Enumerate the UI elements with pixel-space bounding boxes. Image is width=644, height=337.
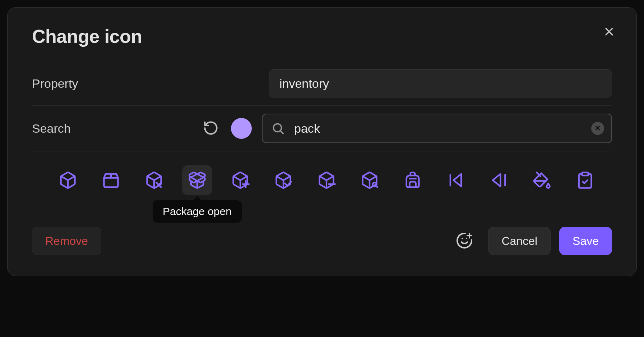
icon-option-package-2[interactable] — [96, 165, 126, 195]
dialog-footer: Remove Cancel Save — [32, 213, 612, 255]
icon-option-package-check[interactable] — [268, 165, 298, 195]
icon-option-step-back[interactable] — [484, 165, 514, 195]
package-open-icon — [188, 171, 207, 190]
icon-option-package-x[interactable] — [139, 165, 169, 195]
icon-results: Package open — [32, 151, 612, 213]
package-2-icon — [102, 171, 120, 190]
clear-search-button[interactable] — [591, 122, 604, 135]
clipboard-check-icon — [576, 171, 594, 190]
color-swatch[interactable] — [231, 118, 252, 139]
svg-line-20 — [376, 186, 377, 187]
step-back-icon — [490, 171, 508, 190]
icon-option-skip-back[interactable] — [441, 165, 471, 195]
icon-option-backpack[interactable] — [398, 165, 428, 195]
cancel-button[interactable]: Cancel — [488, 227, 551, 255]
package-check-icon — [274, 171, 293, 190]
icon-option-package-search[interactable] — [355, 165, 385, 195]
icon-option-clipboard-check[interactable] — [570, 165, 600, 195]
svg-marker-23 — [493, 174, 501, 187]
search-row: Search — [32, 106, 612, 151]
svg-rect-25 — [582, 172, 588, 176]
rotate-ccw-icon — [203, 120, 219, 137]
remove-button[interactable]: Remove — [32, 227, 101, 255]
dialog-title: Change icon — [32, 26, 612, 47]
x-icon — [594, 124, 601, 133]
icon-option-package-open[interactable]: Package open — [182, 165, 212, 195]
svg-line-3 — [281, 131, 283, 133]
emoji-picker-button[interactable] — [454, 230, 475, 252]
reset-button[interactable] — [201, 118, 221, 138]
close-button[interactable] — [599, 22, 619, 42]
icon-option-package[interactable] — [53, 165, 83, 195]
search-input-wrap — [262, 114, 612, 143]
package-search-icon — [360, 171, 379, 190]
backpack-icon — [403, 171, 422, 190]
package-x-icon — [145, 171, 163, 190]
icon-option-paint-bucket[interactable] — [527, 165, 557, 195]
icon-option-package-plus[interactable] — [225, 165, 255, 195]
search-input[interactable] — [293, 114, 583, 142]
property-row: Property — [32, 62, 612, 105]
close-icon — [603, 25, 616, 39]
icon-option-package-minus[interactable] — [311, 165, 342, 195]
package-minus-icon — [317, 171, 336, 190]
skip-back-icon — [446, 171, 465, 190]
search-icon — [271, 122, 285, 135]
paint-bucket-icon — [533, 171, 551, 190]
svg-marker-21 — [454, 174, 462, 187]
package-plus-icon — [231, 171, 250, 190]
change-icon-dialog: Change icon Property Search — [7, 7, 637, 276]
property-label: Property — [32, 77, 269, 91]
smile-plus-icon — [456, 232, 473, 250]
property-input[interactable] — [269, 69, 612, 97]
save-button[interactable]: Save — [559, 227, 612, 255]
search-label: Search — [32, 122, 201, 136]
package-icon — [59, 171, 77, 190]
